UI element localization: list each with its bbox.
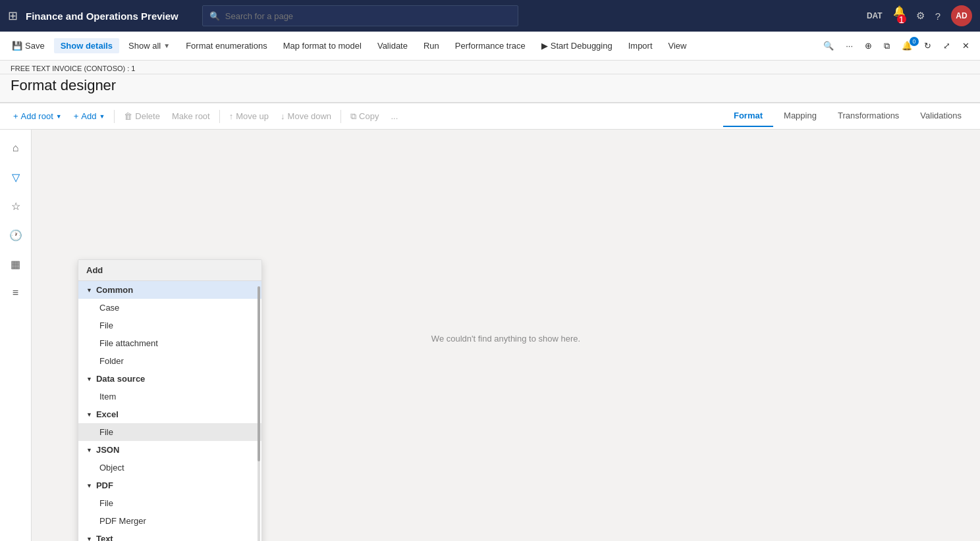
- item-datasource-item[interactable]: Item: [78, 388, 261, 405]
- move-up-icon: ↑: [229, 111, 234, 121]
- main-content: ⌂ ▽ ☆ 🕐 ▦ ≡ Add ▼ Common Case File File …: [0, 130, 980, 541]
- item-json-object[interactable]: Object: [78, 459, 261, 477]
- tab-transformations[interactable]: Transformations: [827, 105, 910, 127]
- group-text-label: Text: [96, 534, 113, 541]
- map-format-button[interactable]: Map format to model: [277, 38, 368, 53]
- item-case[interactable]: Case: [78, 299, 261, 317]
- refresh-button[interactable]: ↻: [919, 38, 937, 53]
- toolbar-sep-2: [219, 110, 220, 123]
- group-json[interactable]: ▼ JSON: [78, 441, 261, 459]
- copy-icon: ⧉: [350, 111, 356, 122]
- toolbar: + Add root ▼ + Add ▼ 🗑 Delete Make root …: [0, 103, 980, 130]
- format-enumerations-label: Format enumerations: [186, 41, 267, 51]
- more-toolbar-button[interactable]: ...: [385, 109, 403, 124]
- add-root-plus-icon: +: [13, 111, 18, 121]
- performance-trace-label: Performance trace: [455, 41, 526, 51]
- group-excel[interactable]: ▼ Excel: [78, 405, 261, 423]
- nav-clock-icon[interactable]: 🕐: [3, 222, 29, 248]
- group-datasource-label: Data source: [96, 374, 145, 384]
- more-cmd-button[interactable]: ···: [840, 38, 858, 53]
- item-excel-file[interactable]: File: [78, 423, 261, 441]
- save-icon: 💾: [12, 41, 22, 51]
- item-folder[interactable]: Folder: [78, 352, 261, 370]
- add-root-chevron: ▼: [56, 113, 62, 120]
- side-nav: ⌂ ▽ ☆ 🕐 ▦ ≡: [0, 130, 32, 541]
- scrollbar-thumb[interactable]: [258, 286, 260, 461]
- connections-button[interactable]: ⊕: [859, 38, 877, 53]
- nav-list-icon[interactable]: ≡: [3, 280, 29, 306]
- add-plus-icon: +: [74, 111, 79, 121]
- nav-home-icon[interactable]: ⌂: [3, 135, 29, 161]
- copy-label: Copy: [359, 111, 379, 121]
- item-file-common[interactable]: File: [78, 317, 261, 334]
- item-file-attachment[interactable]: File attachment: [78, 334, 261, 352]
- validate-button[interactable]: Validate: [371, 38, 414, 53]
- save-label: Save: [25, 41, 45, 51]
- notification-badge: 1: [897, 14, 906, 24]
- make-root-button[interactable]: Make root: [167, 109, 215, 124]
- add-chevron: ▼: [99, 113, 105, 120]
- tab-validations[interactable]: Validations: [910, 105, 972, 127]
- group-text[interactable]: ▼ Text: [78, 530, 261, 541]
- group-datasource[interactable]: ▼ Data source: [78, 370, 261, 388]
- app-grid-icon[interactable]: ⊞: [8, 9, 18, 23]
- breadcrumb-text: FREE TEXT INVOICE (CONTOSO) : 1: [11, 64, 135, 72]
- notification-icon[interactable]: 🔔 1: [893, 5, 906, 26]
- tab-mapping[interactable]: Mapping: [773, 105, 827, 127]
- search-bar[interactable]: 🔍: [202, 5, 518, 26]
- dropdown-body: ▼ Common Case File File attachment Folde…: [78, 281, 261, 541]
- badge-button[interactable]: 🔔 0: [896, 38, 917, 53]
- add-root-button[interactable]: + Add root ▼: [8, 109, 67, 124]
- app-title: Finance and Operations Preview: [26, 11, 178, 22]
- performance-trace-button[interactable]: Performance trace: [449, 38, 532, 53]
- format-enumerations-button[interactable]: Format enumerations: [179, 38, 274, 53]
- scrollbar-track[interactable]: [258, 286, 260, 541]
- delete-button[interactable]: 🗑 Delete: [119, 109, 165, 124]
- nav-grid-icon[interactable]: ▦: [3, 251, 29, 277]
- group-pdf[interactable]: ▼ PDF: [78, 477, 261, 494]
- toolbar-sep-1: [114, 110, 115, 123]
- search-input[interactable]: [225, 11, 511, 21]
- add-root-label: Add root: [21, 111, 53, 121]
- tab-format[interactable]: Format: [723, 105, 773, 127]
- item-pdf-file[interactable]: File: [78, 494, 261, 512]
- save-button[interactable]: 💾 Save: [5, 38, 51, 53]
- view-label: View: [668, 41, 687, 51]
- show-details-button[interactable]: Show details: [54, 38, 119, 53]
- settings-icon[interactable]: ⚙: [916, 10, 925, 22]
- close-button[interactable]: ✕: [957, 38, 975, 53]
- dat-label[interactable]: DAT: [867, 11, 883, 20]
- show-details-label: Show details: [61, 41, 113, 51]
- avatar[interactable]: AD: [951, 5, 972, 26]
- more-toolbar-label: ...: [391, 111, 398, 121]
- delete-icon: 🗑: [124, 111, 132, 121]
- compare-button[interactable]: ⧉: [879, 38, 895, 54]
- move-up-label: Move up: [236, 111, 269, 121]
- nav-filter-icon[interactable]: ▽: [3, 164, 29, 190]
- run-button[interactable]: Run: [417, 38, 446, 53]
- move-up-button[interactable]: ↑ Move up: [224, 109, 274, 124]
- search-cmd-button[interactable]: 🔍: [818, 38, 839, 53]
- import-button[interactable]: Import: [622, 38, 659, 53]
- group-common[interactable]: ▼ Common: [78, 281, 261, 299]
- move-down-button[interactable]: ↓ Move down: [275, 109, 337, 124]
- nav-star-icon[interactable]: ☆: [3, 193, 29, 219]
- group-excel-label: Excel: [96, 409, 119, 419]
- group-excel-chevron: ▼: [86, 411, 92, 418]
- group-datasource-chevron: ▼: [86, 376, 92, 382]
- import-label: Import: [628, 41, 653, 51]
- debug-icon: ▶: [541, 41, 548, 51]
- item-pdf-merger[interactable]: PDF Merger: [78, 512, 261, 530]
- group-json-chevron: ▼: [86, 447, 92, 453]
- breadcrumb: FREE TEXT INVOICE (CONTOSO) : 1: [0, 61, 980, 74]
- group-json-label: JSON: [96, 445, 119, 455]
- view-button[interactable]: View: [662, 38, 694, 53]
- expand-button[interactable]: ⤢: [938, 38, 956, 53]
- show-all-button[interactable]: Show all ▼: [122, 38, 177, 53]
- help-icon[interactable]: ?: [935, 11, 940, 22]
- copy-button[interactable]: ⧉ Copy: [345, 109, 384, 124]
- group-pdf-chevron: ▼: [86, 482, 92, 489]
- add-button[interactable]: + Add ▼: [68, 109, 111, 124]
- start-debugging-button[interactable]: ▶ Start Debugging: [535, 38, 619, 53]
- group-text-chevron: ▼: [86, 536, 92, 542]
